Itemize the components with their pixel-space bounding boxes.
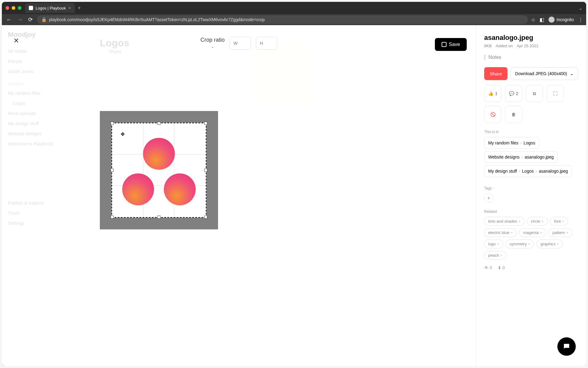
crop-button[interactable]: ⛶ (547, 85, 564, 102)
browser-tab[interactable]: Logos | Playbook × (25, 3, 75, 13)
reaction-button[interactable]: 👍 1 (484, 85, 501, 102)
height-input[interactable] (256, 37, 277, 50)
eye-icon: 👁 (484, 265, 488, 270)
related-tags: tints and shades+ circle+ font+ electric… (484, 217, 578, 260)
minimize-window-button[interactable] (12, 6, 15, 10)
trash-icon: 🗑 (511, 112, 516, 117)
tab-close-icon[interactable]: × (69, 6, 71, 10)
tab-title: Logos | Playbook (36, 6, 66, 10)
related-tag[interactable]: graphics+ (537, 240, 563, 248)
address-bar[interactable]: 🔒 playbook.com/moodjoy/is5JEKp4EMdnM4RKB… (37, 15, 528, 24)
share-button[interactable]: Share (484, 67, 507, 80)
comment-icon: 💬 (509, 91, 514, 96)
related-tag[interactable]: pattern+ (548, 228, 572, 237)
crop-selection[interactable]: ✥ (111, 123, 206, 218)
copy-icon: ⧉ (533, 91, 536, 96)
breadcrumb-item[interactable]: Website designs›asanalogo.jpeg (484, 151, 558, 163)
chat-icon (563, 343, 571, 351)
lock-icon: 🔒 (41, 17, 47, 22)
eye-off-icon: 🚫 (490, 112, 496, 117)
downloads-stat: ⬇ 0 (498, 265, 505, 270)
crop-handle-r[interactable] (204, 169, 207, 172)
download-icon: ⬇ (498, 265, 501, 270)
related-tag[interactable]: peach+ (484, 251, 506, 260)
related-tag[interactable]: logo+ (484, 240, 503, 248)
views-stat: 👁 0 (484, 265, 492, 270)
crop-handle-t[interactable] (157, 122, 160, 125)
tags-label: Tags · (484, 186, 578, 190)
crop-editor: ✕ Crop ratio ⌄ Save (2, 25, 476, 366)
details-panel: asanalogo.jpeg 8KB Added on Apr 25 2022 … (476, 25, 586, 366)
save-icon (442, 42, 447, 47)
extensions-icon[interactable]: ◧ (540, 17, 544, 23)
breadcrumb-item[interactable]: My design stuff›Logos›asanalogo.jpeg (484, 165, 572, 177)
crop-ratio-dropdown[interactable]: Crop ratio ⌄ (200, 37, 224, 49)
this-is-in-label: This is in (484, 130, 578, 134)
comments-button[interactable]: 💬 2 (505, 85, 522, 102)
window-controls (6, 6, 21, 10)
more-menu-icon[interactable]: ⋮ (578, 17, 583, 23)
incognito-label: Incognito (556, 17, 574, 22)
crop-canvas[interactable]: ✥ (100, 111, 218, 229)
related-tag[interactable]: electric blue+ (484, 228, 517, 237)
new-tab-button[interactable]: + (78, 5, 81, 11)
crop-handle-tl[interactable] (111, 122, 114, 125)
related-tag[interactable]: symmetry+ (506, 240, 534, 248)
related-tag[interactable]: font+ (550, 217, 568, 226)
visibility-button[interactable]: 🚫 (484, 106, 501, 123)
related-tag[interactable]: circle+ (527, 217, 548, 226)
bookmark-icon[interactable]: ☆ (531, 17, 535, 23)
copy-button[interactable]: ⧉ (526, 85, 543, 102)
save-button[interactable]: Save (435, 38, 467, 51)
move-icon: ✥ (121, 131, 125, 137)
breadcrumb-item[interactable]: My random files›Logos (484, 137, 539, 149)
file-title: asanalogo.jpeg (484, 34, 578, 42)
notes-field[interactable]: Notes (484, 54, 578, 60)
crop-handle-b[interactable] (157, 216, 160, 219)
image-content (122, 138, 196, 205)
crop-handle-br[interactable] (204, 216, 207, 219)
file-meta: 8KB Added on Apr 25 2022 (484, 44, 578, 48)
stats: 👁 0 ⬇ 0 (484, 265, 578, 270)
width-input[interactable] (230, 37, 251, 50)
browser-chrome: Logos | Playbook × + ⌄ ← → ⟳ 🔒 playbook.… (2, 2, 586, 25)
save-label: Save (449, 42, 460, 47)
tabs-menu-icon[interactable]: ⌄ (579, 5, 582, 11)
related-tag[interactable]: tints and shades+ (484, 217, 525, 226)
incognito-icon (548, 17, 555, 23)
chat-fab[interactable] (557, 337, 576, 356)
incognito-badge[interactable]: Incognito (548, 17, 574, 23)
notes-icon (484, 54, 485, 60)
chevron-down-icon: ⌄ (211, 44, 214, 49)
delete-button[interactable]: 🗑 (505, 106, 522, 123)
crop-handle-bl[interactable] (111, 216, 114, 219)
close-window-button[interactable] (6, 6, 9, 10)
favicon-icon (29, 6, 33, 10)
related-label: Related (484, 209, 578, 214)
thumbs-up-icon: 👍 (488, 91, 493, 96)
crop-ratio-label: Crop ratio (200, 37, 224, 43)
back-button[interactable]: ← (5, 15, 13, 24)
crop-icon: ⛶ (553, 91, 557, 96)
add-tag-button[interactable]: + (484, 194, 493, 203)
download-button[interactable]: Download JPEG (400x400) ⌄ (511, 67, 578, 80)
related-tag[interactable]: magenta+ (519, 228, 546, 237)
chevron-down-icon: ⌄ (570, 71, 574, 76)
close-editor-button[interactable]: ✕ (13, 37, 19, 45)
forward-button[interactable]: → (16, 15, 24, 24)
crop-handle-l[interactable] (111, 169, 114, 172)
crop-handle-tr[interactable] (204, 122, 207, 125)
reload-button[interactable]: ⟳ (27, 15, 34, 24)
maximize-window-button[interactable] (18, 6, 21, 10)
url-text: playbook.com/moodjoy/is5JEKp4EMdnM4RKBrr… (49, 17, 265, 22)
